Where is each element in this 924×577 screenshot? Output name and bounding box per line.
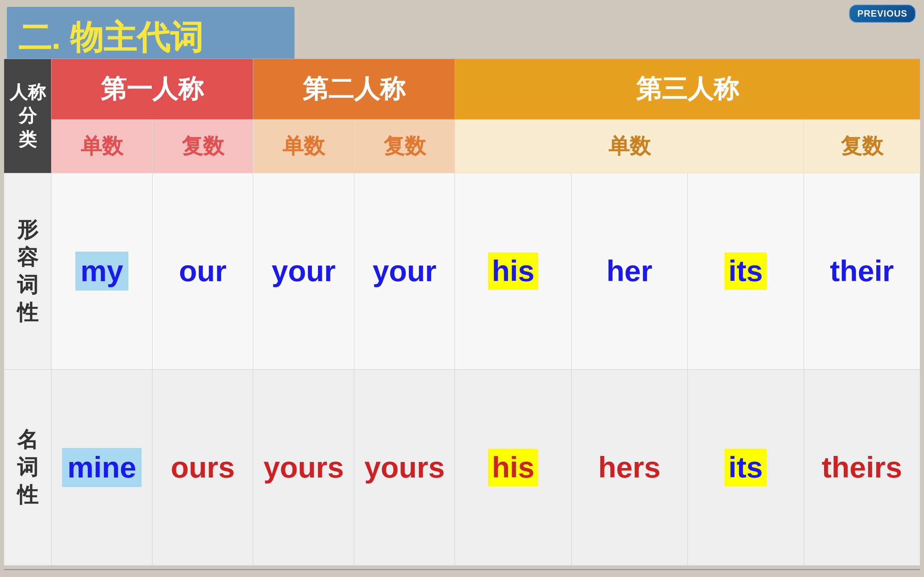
cell-adj-3p-its: its bbox=[687, 173, 804, 369]
cell-adj-2p-singular: your bbox=[253, 173, 354, 369]
main-table: 人称分类 第一人称 第二人称 第三人称 单数 复数 单数 复数 单数 复数 形容… bbox=[4, 59, 920, 566]
subheader-3p-singular: 单数 bbox=[455, 119, 804, 173]
header-row-1: 人称分类 第一人称 第二人称 第三人称 bbox=[4, 59, 920, 119]
cell-adj-3p-their: their bbox=[804, 173, 920, 369]
word-its-adj: its bbox=[725, 252, 767, 290]
cell-noun-2p-plural: yours bbox=[354, 369, 455, 565]
cell-noun-1p-plural: ours bbox=[152, 369, 253, 565]
previous-button[interactable]: PREVIOUS bbox=[849, 5, 916, 23]
word-his-noun: his bbox=[488, 449, 538, 486]
word-ours: ours bbox=[171, 451, 235, 484]
word-his-adj: his bbox=[488, 252, 538, 290]
word-your-plur: your bbox=[373, 254, 436, 288]
subheader-1p-singular: 单数 bbox=[52, 119, 153, 173]
cell-noun-3p-its: its bbox=[687, 369, 804, 565]
noun-label: 名词性 bbox=[4, 369, 52, 565]
noun-row: 名词性 mine ours yours yours his hers bbox=[4, 369, 920, 565]
cell-adj-2p-plural: your bbox=[354, 173, 455, 369]
word-my: my bbox=[75, 251, 129, 290]
word-their: their bbox=[830, 254, 894, 288]
cell-adj-3p-her: her bbox=[571, 173, 687, 369]
word-yours-sing: yours bbox=[263, 451, 344, 484]
word-yours-plur: yours bbox=[364, 451, 444, 484]
bottom-line bbox=[4, 569, 920, 570]
subheader-2p-plural: 复数 bbox=[354, 119, 455, 173]
header-second-person: 第二人称 bbox=[253, 59, 455, 119]
subheader-3p-plural: 复数 bbox=[804, 119, 920, 173]
table-wrapper: 人称分类 第一人称 第二人称 第三人称 单数 复数 单数 复数 单数 复数 形容… bbox=[4, 59, 920, 566]
adjective-row: 形容词性 my our your your his her bbox=[4, 173, 920, 369]
page-title: 二. 物主代词 bbox=[18, 19, 203, 56]
cell-noun-3p-theirs: theirs bbox=[804, 369, 920, 565]
cell-noun-3p-his: his bbox=[455, 369, 571, 565]
word-its-noun: its bbox=[725, 449, 767, 486]
subheader-2p-singular: 单数 bbox=[253, 119, 354, 173]
cell-adj-1p-singular: my bbox=[52, 173, 153, 369]
corner-cell: 人称分类 bbox=[4, 59, 52, 173]
header-third-person: 第三人称 bbox=[455, 59, 920, 119]
word-our: our bbox=[179, 254, 227, 288]
cell-noun-2p-singular: yours bbox=[253, 369, 354, 565]
header-first-person: 第一人称 bbox=[52, 59, 253, 119]
page-container: 二. 物主代词 PREVIOUS 人称分类 第一人称 第二人称 bbox=[0, 0, 924, 577]
word-her: her bbox=[606, 254, 652, 288]
adjective-label: 形容词性 bbox=[4, 173, 52, 369]
word-your-sing: your bbox=[272, 254, 336, 288]
word-hers: hers bbox=[598, 451, 661, 484]
cell-noun-1p-singular: mine bbox=[52, 369, 153, 565]
previous-button-label: PREVIOUS bbox=[858, 8, 907, 19]
word-theirs: theirs bbox=[822, 451, 902, 484]
cell-noun-3p-hers: hers bbox=[571, 369, 687, 565]
cell-adj-3p-his: his bbox=[455, 173, 571, 369]
subheader-1p-plural: 复数 bbox=[152, 119, 253, 173]
word-mine: mine bbox=[62, 448, 142, 487]
header-row-2: 单数 复数 单数 复数 单数 复数 bbox=[4, 119, 920, 173]
cell-adj-1p-plural: our bbox=[152, 173, 253, 369]
